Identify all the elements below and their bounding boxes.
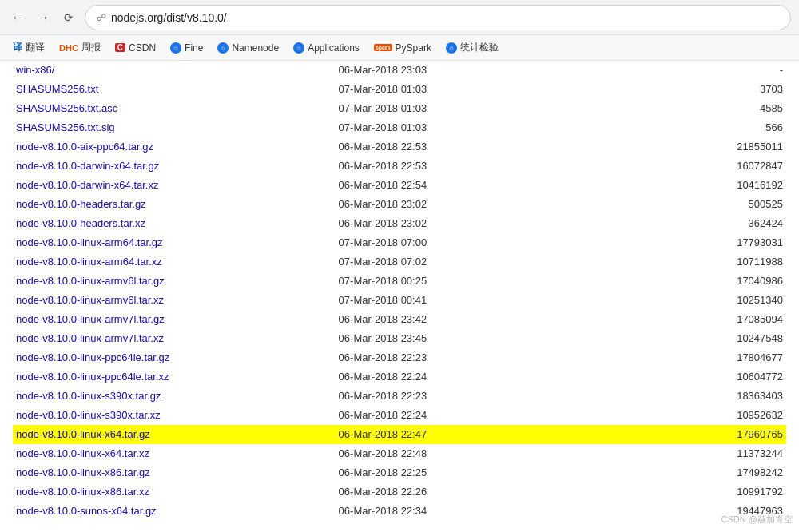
file-link[interactable]: node-v8.10.0-linux-armv6l.tar.xz	[16, 294, 164, 306]
file-size: 18363403	[625, 387, 786, 406]
file-date: 06-Mar-2018 22:25	[336, 463, 626, 482]
table-row: node-v8.10.0-linux-x64.tar.xz06-Mar-2018…	[13, 444, 786, 463]
bookmark-translate-label: 翻译	[26, 41, 45, 54]
bookmark-dhc[interactable]: DHC 周报	[53, 39, 107, 56]
file-link[interactable]: SHASUMS256.txt.asc	[16, 102, 117, 114]
table-row: node-v8.10.0-linux-arm64.tar.xz07-Mar-20…	[13, 252, 786, 272]
file-size: 17960765	[625, 425, 786, 444]
file-link[interactable]: node-v8.10.0-headers.tar.gz	[16, 198, 146, 210]
file-link[interactable]: SHASUMS256.txt	[16, 83, 98, 95]
bookmark-pyspark-label: PySpark	[396, 42, 431, 54]
table-row: node-v8.10.0-linux-armv6l.tar.xz07-Mar-2…	[13, 291, 786, 310]
file-link[interactable]: node-v8.10.0-linux-x64.tar.xz	[16, 447, 149, 459]
table-row: node-v8.10.0-linux-ppc64le.tar.xz06-Mar-…	[13, 367, 786, 387]
file-size: 10711988	[625, 252, 786, 272]
bookmark-namenode[interactable]: ☼ Namenode	[211, 41, 285, 55]
file-date: 06-Mar-2018 22:24	[336, 367, 626, 387]
file-date: 07-Mar-2018 01:03	[336, 118, 626, 137]
file-date: 06-Mar-2018 22:47	[336, 425, 626, 444]
bookmark-applications[interactable]: ☼ Applications	[287, 41, 366, 55]
translate-icon: 译	[13, 41, 22, 54]
file-size: 17085094	[625, 310, 786, 329]
file-size: 17498242	[625, 463, 786, 482]
file-link[interactable]: node-v8.10.0-linux-x86.tar.gz	[16, 466, 150, 478]
file-date: 06-Mar-2018 22:48	[336, 444, 626, 463]
file-link[interactable]: node-v8.10.0-linux-ppc64le.tar.xz	[16, 371, 169, 383]
page-content: win-x86/06-Mar-2018 23:03-SHASUMS256.txt…	[0, 61, 799, 532]
table-row: node-v8.10.0-headers.tar.xz06-Mar-2018 2…	[13, 214, 786, 233]
file-date: 06-Mar-2018 22:53	[336, 137, 626, 157]
table-row: node-v8.10.0-linux-arm64.tar.gz07-Mar-20…	[13, 233, 786, 252]
file-date: 06-Mar-2018 23:45	[336, 329, 626, 348]
file-size: 17040986	[625, 272, 786, 291]
file-date: 07-Mar-2018 07:02	[336, 252, 626, 272]
file-size: 17793031	[625, 233, 786, 252]
browser-toolbar: ← → ⟳ ☍ nodejs.org/dist/v8.10.0/	[0, 0, 799, 35]
dhc-icon: DHC	[59, 43, 78, 53]
file-link[interactable]: node-v8.10.0-linux-s390x.tar.gz	[16, 390, 161, 402]
file-link[interactable]: node-v8.10.0-darwin-x64.tar.gz	[16, 160, 159, 172]
watermark: CSDN @赫加青空	[721, 514, 793, 526]
file-link[interactable]: node-v8.10.0-linux-armv6l.tar.gz	[16, 275, 165, 287]
stats-globe-icon: ☼	[446, 42, 457, 54]
spark-icon: spark	[374, 44, 392, 51]
file-size: 566	[625, 118, 786, 137]
bookmark-csdn[interactable]: C CSDN	[109, 41, 162, 55]
file-date: 06-Mar-2018 22:54	[336, 176, 626, 195]
table-row: node-v8.10.0-darwin-x64.tar.xz06-Mar-201…	[13, 176, 786, 195]
file-size: 10416192	[625, 176, 786, 195]
table-row: SHASUMS256.txt.sig07-Mar-2018 01:03566	[13, 118, 786, 137]
file-link[interactable]: node-v8.10.0-linux-s390x.tar.xz	[16, 409, 161, 421]
bookmark-csdn-label: CSDN	[129, 42, 156, 54]
file-link[interactable]: node-v8.10.0-linux-armv7l.tar.xz	[16, 332, 164, 344]
file-date: 06-Mar-2018 22:23	[336, 387, 626, 406]
reload-button[interactable]: ⟳	[59, 8, 78, 27]
file-listing-table: win-x86/06-Mar-2018 23:03-SHASUMS256.txt…	[13, 61, 786, 521]
table-row: node-v8.10.0-linux-s390x.tar.gz06-Mar-20…	[13, 387, 786, 406]
file-link[interactable]: win-x86/	[16, 64, 54, 76]
file-link[interactable]: node-v8.10.0-linux-ppc64le.tar.gz	[16, 351, 169, 363]
table-row: node-v8.10.0-sunos-x64.tar.gz06-Mar-2018…	[13, 502, 786, 521]
table-row: node-v8.10.0-linux-armv7l.tar.gz06-Mar-2…	[13, 310, 786, 329]
file-link[interactable]: node-v8.10.0-aix-ppc64.tar.gz	[16, 141, 153, 153]
file-size: 10251340	[625, 291, 786, 310]
file-date: 06-Mar-2018 22:34	[336, 502, 626, 521]
table-row: win-x86/06-Mar-2018 23:03-	[13, 61, 786, 80]
file-size: 21855011	[625, 137, 786, 157]
file-date: 07-Mar-2018 01:03	[336, 99, 626, 118]
back-button[interactable]: ←	[8, 8, 27, 27]
file-link[interactable]: node-v8.10.0-linux-x86.tar.xz	[16, 486, 149, 498]
bookmark-fine[interactable]: ☼ Fine	[164, 41, 209, 55]
file-date: 06-Mar-2018 23:02	[336, 214, 626, 233]
bookmark-stats[interactable]: ☼ 统计检验	[439, 39, 505, 56]
forward-button[interactable]: →	[34, 8, 53, 27]
fine-globe-icon: ☼	[170, 42, 181, 54]
file-link[interactable]: node-v8.10.0-linux-arm64.tar.gz	[16, 236, 163, 248]
table-row: node-v8.10.0-aix-ppc64.tar.gz06-Mar-2018…	[13, 137, 786, 157]
bookmark-pyspark[interactable]: spark PySpark	[368, 41, 438, 55]
table-row: SHASUMS256.txt07-Mar-2018 01:033703	[13, 80, 786, 99]
table-row: node-v8.10.0-linux-armv6l.tar.gz07-Mar-2…	[13, 272, 786, 291]
file-link[interactable]: SHASUMS256.txt.sig	[16, 121, 115, 133]
url-display: nodejs.org/dist/v8.10.0/	[111, 11, 227, 24]
file-link[interactable]: node-v8.10.0-linux-arm64.tar.xz	[16, 256, 162, 268]
file-size: 362424	[625, 214, 786, 233]
file-size: 17804677	[625, 348, 786, 367]
file-link[interactable]: node-v8.10.0-headers.tar.xz	[16, 217, 145, 229]
file-link[interactable]: node-v8.10.0-sunos-x64.tar.gz	[16, 505, 157, 517]
file-size: 10604772	[625, 367, 786, 387]
file-link[interactable]: node-v8.10.0-darwin-x64.tar.xz	[16, 179, 158, 191]
csdn-icon: C	[115, 43, 125, 52]
security-icon: ☍	[97, 12, 106, 23]
table-row: node-v8.10.0-linux-x86.tar.xz06-Mar-2018…	[13, 482, 786, 502]
bookmark-translate[interactable]: 译 翻译	[6, 39, 51, 56]
file-link[interactable]: node-v8.10.0-linux-armv7l.tar.gz	[16, 313, 165, 325]
table-row: node-v8.10.0-headers.tar.gz06-Mar-2018 2…	[13, 195, 786, 214]
namenode-globe-icon: ☼	[217, 42, 229, 54]
file-size: 3703	[625, 80, 786, 99]
address-bar[interactable]: ☍ nodejs.org/dist/v8.10.0/	[85, 5, 791, 30]
applications-globe-icon: ☼	[293, 42, 304, 54]
file-link[interactable]: node-v8.10.0-linux-x64.tar.gz	[16, 428, 150, 440]
file-size: 11373244	[625, 444, 786, 463]
file-date: 07-Mar-2018 00:25	[336, 272, 626, 291]
